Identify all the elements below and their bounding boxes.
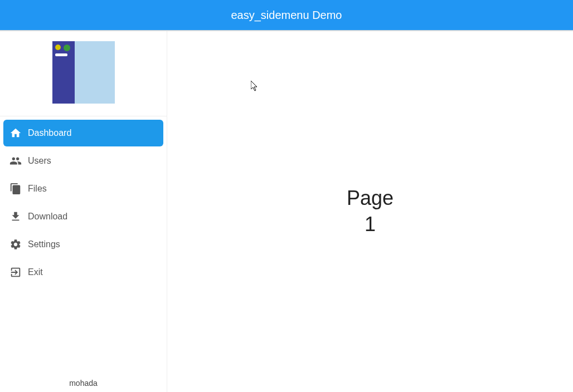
sidebar-item-label: Exit	[28, 267, 43, 277]
exit-icon	[9, 266, 22, 279]
sidebar-item-settings[interactable]: Settings	[3, 231, 163, 258]
app-title: easy_sidemenu Demo	[231, 9, 342, 22]
page-title: Page 1	[347, 185, 394, 238]
sidebar-footer: mohada	[0, 374, 167, 392]
sidebar-item-label: Download	[28, 212, 67, 222]
sidebar-item-exit[interactable]: Exit	[3, 259, 163, 286]
sidebar-item-files[interactable]: Files	[3, 175, 163, 202]
home-icon	[9, 126, 22, 140]
files-icon	[9, 182, 22, 195]
sidebar-menu: Dashboard Users Files Download	[0, 116, 167, 374]
main-content: Page 1	[167, 31, 573, 392]
sidebar: Dashboard Users Files Download	[0, 31, 167, 392]
sidebar-item-label: Users	[28, 156, 51, 166]
sidebar-item-users[interactable]: Users	[3, 148, 163, 174]
sidebar-item-dashboard[interactable]: Dashboard	[3, 120, 163, 146]
download-icon	[9, 210, 22, 223]
sidebar-item-label: Settings	[28, 239, 60, 249]
settings-icon	[9, 238, 22, 251]
app-header: easy_sidemenu Demo	[0, 0, 573, 31]
sidebar-item-download[interactable]: Download	[3, 203, 163, 230]
logo-area	[0, 31, 167, 116]
users-icon	[9, 154, 22, 168]
sidebar-item-label: Files	[28, 184, 47, 194]
app-logo	[52, 41, 115, 104]
sidebar-item-label: Dashboard	[28, 128, 71, 138]
